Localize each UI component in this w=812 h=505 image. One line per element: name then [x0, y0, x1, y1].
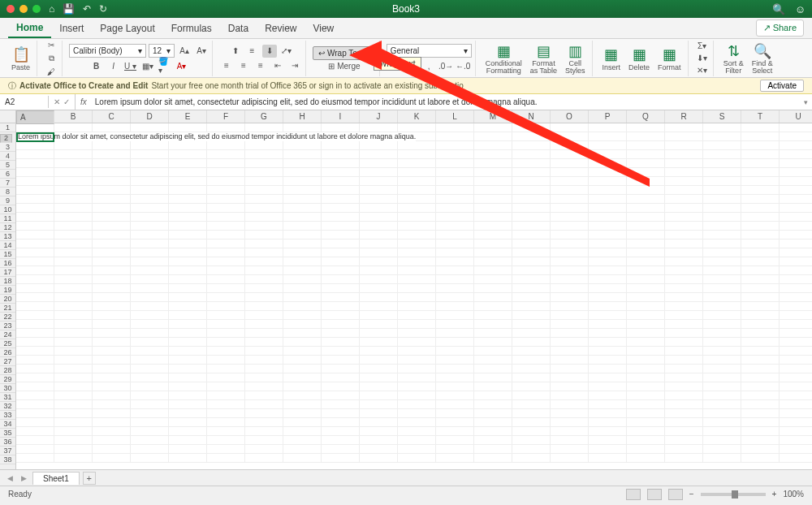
font-name-select[interactable]: Calibri (Body)▾ — [69, 44, 146, 58]
add-sheet-button[interactable]: + — [83, 472, 96, 485]
row-header-1[interactable]: 1 — [0, 123, 15, 132]
row-36[interactable] — [16, 436, 812, 445]
row-27[interactable] — [16, 356, 812, 365]
align-center-icon[interactable]: ≡ — [236, 59, 251, 72]
row-header-17[interactable]: 17 — [0, 268, 15, 277]
col-header-S[interactable]: S — [703, 110, 741, 123]
formula-input[interactable]: Lorem ipsum dolor sit amet, consectetur … — [92, 96, 799, 108]
row-header-6[interactable]: 6 — [0, 170, 15, 179]
zoom-in-icon[interactable]: + — [772, 490, 777, 499]
col-header-A[interactable]: A — [16, 110, 54, 124]
undo-icon[interactable]: ↶ — [83, 3, 91, 15]
row-17[interactable] — [16, 266, 812, 275]
tab-review[interactable]: Review — [257, 19, 304, 37]
zoom-level[interactable]: 100% — [783, 490, 804, 499]
minimize-window-icon[interactable] — [19, 5, 28, 13]
row-header-10[interactable]: 10 — [0, 205, 15, 214]
row-38[interactable] — [16, 454, 812, 463]
row-26[interactable] — [16, 347, 812, 356]
sheet-tab-sheet1[interactable]: Sheet1 — [32, 472, 80, 485]
sheet-nav-prev-icon[interactable]: ◀ — [5, 474, 15, 482]
cell-styles-button[interactable]: ▥Cell Styles — [562, 41, 589, 76]
row-header-32[interactable]: 32 — [0, 402, 15, 411]
row-4[interactable] — [16, 150, 812, 159]
row-34[interactable] — [16, 418, 812, 427]
merge-button[interactable]: Merge — [337, 62, 360, 71]
insert-cells-button[interactable]: ▦Insert — [599, 44, 624, 73]
col-header-E[interactable]: E — [169, 110, 207, 123]
increase-decimal-icon[interactable]: .0→ — [438, 59, 453, 72]
format-as-table-button[interactable]: ▤Format as Table — [527, 41, 560, 76]
col-header-M[interactable]: M — [474, 110, 512, 123]
align-left-icon[interactable]: ≡ — [219, 59, 234, 72]
orientation-icon[interactable]: ⤢▾ — [279, 45, 294, 58]
underline-button[interactable]: U ▾ — [123, 59, 138, 72]
row-header-7[interactable]: 7 — [0, 179, 15, 188]
fill-color-button[interactable]: 🪣▾ — [158, 59, 172, 72]
col-header-D[interactable]: D — [131, 110, 169, 123]
row-header-15[interactable]: 15 — [0, 250, 15, 259]
row-header-23[interactable]: 23 — [0, 322, 15, 330]
row-33[interactable] — [16, 409, 812, 418]
row-header-34[interactable]: 34 — [0, 420, 15, 429]
column-headers[interactable]: ABCDEFGHIJKLMNOPQRSTU — [16, 110, 812, 123]
row-23[interactable] — [16, 320, 812, 329]
row-header-38[interactable]: 38 — [0, 455, 15, 464]
accept-formula-icon[interactable]: ✓ — [63, 97, 70, 106]
border-button[interactable]: ▦▾ — [140, 59, 155, 72]
row-header-28[interactable]: 28 — [0, 366, 15, 375]
row-header-4[interactable]: 4 — [0, 152, 15, 161]
row-header-14[interactable]: 14 — [0, 241, 15, 250]
col-header-B[interactable]: B — [54, 110, 93, 123]
font-size-select[interactable]: 12▾ — [149, 44, 175, 58]
row-28[interactable] — [16, 365, 812, 373]
row-header-22[interactable]: 22 — [0, 313, 15, 322]
row-header-35[interactable]: 35 — [0, 429, 15, 438]
row-11[interactable] — [16, 213, 812, 222]
delete-cells-button[interactable]: ▦Delete — [625, 44, 653, 73]
fill-icon[interactable]: ⬇▾ — [695, 53, 710, 63]
sheet-nav-next-icon[interactable]: ▶ — [19, 474, 29, 482]
comma-icon[interactable]: , — [421, 59, 436, 72]
close-window-icon[interactable] — [6, 5, 15, 13]
col-header-K[interactable]: K — [398, 110, 436, 123]
col-header-Q[interactable]: Q — [627, 110, 665, 123]
row-8[interactable] — [16, 186, 812, 195]
row-header-24[interactable]: 24 — [0, 330, 15, 339]
row-21[interactable] — [16, 302, 812, 311]
row-29[interactable] — [16, 373, 812, 382]
decrease-font-icon[interactable]: A▾ — [194, 45, 209, 58]
row-header-11[interactable]: 11 — [0, 214, 15, 223]
decrease-decimal-icon[interactable]: ←.0 — [456, 59, 470, 72]
row-12[interactable] — [16, 222, 812, 231]
row-24[interactable] — [16, 329, 812, 338]
row-22[interactable] — [16, 311, 812, 320]
row-header-21[interactable]: 21 — [0, 304, 15, 313]
tab-view[interactable]: View — [304, 19, 342, 37]
search-icon[interactable]: 🔍 — [772, 3, 785, 15]
row-35[interactable] — [16, 427, 812, 436]
row-header-9[interactable]: 9 — [0, 196, 15, 205]
save-icon[interactable]: 💾 — [63, 3, 75, 15]
select-all-corner[interactable] — [0, 110, 16, 123]
page-break-view-icon[interactable] — [668, 489, 683, 500]
normal-view-icon[interactable] — [626, 489, 641, 500]
font-color-button[interactable]: A▾ — [175, 59, 189, 72]
tab-page-layout[interactable]: Page Layout — [92, 19, 162, 37]
row-15[interactable] — [16, 248, 812, 257]
align-bottom-icon[interactable]: ⬇ — [262, 45, 277, 58]
col-header-P[interactable]: P — [589, 110, 627, 123]
col-header-J[interactable]: J — [360, 110, 398, 123]
italic-button[interactable]: I — [106, 59, 121, 72]
row-7[interactable] — [16, 177, 812, 186]
col-header-U[interactable]: U — [780, 110, 812, 123]
row-5[interactable] — [16, 159, 812, 168]
row-header-3[interactable]: 3 — [0, 143, 15, 152]
align-right-icon[interactable]: ≡ — [253, 59, 268, 72]
copy-icon[interactable]: ⧉ — [44, 53, 58, 64]
align-top-icon[interactable]: ⬆ — [228, 45, 243, 58]
row-header-29[interactable]: 29 — [0, 375, 15, 384]
row-19[interactable] — [16, 284, 812, 293]
page-layout-view-icon[interactable] — [647, 489, 662, 500]
col-header-G[interactable]: G — [245, 110, 283, 123]
